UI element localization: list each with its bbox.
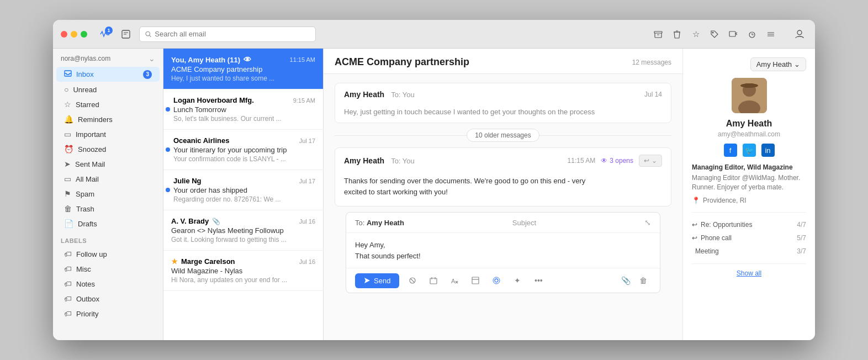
sidebar-label-notes: Notes <box>76 280 95 288</box>
email-item[interactable]: Logan Hoverboard Mfg. 9:15 AM Lunch Tomo… <box>163 89 323 130</box>
older-messages-button[interactable]: 10 older messages <box>467 129 539 142</box>
facebook-link[interactable]: f <box>724 144 737 157</box>
sidebar-label-starred: Starred <box>76 100 99 109</box>
email-time: 9:15 AM <box>293 97 315 104</box>
sidebar-item-notes[interactable]: 🏷 Notes <box>56 277 160 291</box>
follow-up-icon: 🏷 <box>64 250 72 258</box>
email-sender: Logan Hoverboard Mfg. <box>173 96 254 104</box>
sidebar-item-trash[interactable]: 🗑 Trash <box>56 202 160 216</box>
delete-draft-icon[interactable]: 🗑 <box>636 273 651 288</box>
message-preview: Hey, just getting in touch because I wan… <box>335 105 671 123</box>
archive-button[interactable] <box>649 27 667 42</box>
opens-count: 3 opens <box>610 157 633 165</box>
schedule-send-icon[interactable] <box>426 273 441 288</box>
trash-button[interactable] <box>668 27 686 42</box>
twitter-link[interactable]: 🐦 <box>743 144 756 157</box>
sidebar-item-all-mail[interactable]: ▭ All Mail <box>56 172 160 186</box>
linkedin-link[interactable]: in <box>761 144 775 157</box>
minimize-button[interactable] <box>71 31 77 38</box>
maximize-button[interactable] <box>81 31 87 38</box>
account-dropdown-icon[interactable]: ⌄ <box>149 54 155 63</box>
app-window: 1 <box>53 20 815 340</box>
contact-bio: Managing Editor @WildMag. Mother. Runner… <box>692 173 806 192</box>
search-input[interactable] <box>155 30 310 38</box>
svg-line-4 <box>150 35 151 36</box>
outbox-icon: 🏷 <box>64 294 72 303</box>
tag-button[interactable] <box>706 27 723 42</box>
more-options-icon[interactable]: ••• <box>531 273 546 288</box>
tracking-icon[interactable] <box>489 273 504 288</box>
sidebar-label-outbox: Outbox <box>76 295 99 303</box>
sidebar-item-spam[interactable]: ⚑ Spam <box>56 187 160 201</box>
email-subject: Your order has shipped <box>173 186 315 194</box>
formatting-icon[interactable]: A <box>447 273 462 288</box>
related-count: 4/7 <box>797 221 806 229</box>
reply-to-field[interactable]: To: Amy Heath <box>355 219 404 227</box>
sidebar-label-unread: Unread <box>73 86 97 94</box>
email-item[interactable]: ★ Marge Carelson Jul 16 Wild Magazine - … <box>163 251 323 291</box>
sidebar-item-starred[interactable]: ☆ Starred <box>56 97 160 112</box>
sidebar-item-inbox[interactable]: Inbox 3 <box>56 67 160 82</box>
sidebar-item-unread[interactable]: ○ Unread <box>56 82 160 97</box>
close-button[interactable] <box>61 31 67 38</box>
divider <box>692 263 806 264</box>
thread-title: ACME Company partnership <box>335 56 469 68</box>
reply-footer: archive Send <box>346 268 660 293</box>
sidebar-label-follow-up: Follow up <box>76 250 107 258</box>
unread-dot <box>166 147 170 152</box>
sidebar-item-outbox[interactable]: 🏷 Outbox <box>56 292 160 306</box>
account-email: nora@nylas.com <box>61 55 110 62</box>
discard-draft-icon[interactable] <box>405 273 420 288</box>
divider <box>692 212 806 213</box>
expand-compose-icon[interactable]: ⤡ <box>644 218 651 227</box>
sidebar-item-sent[interactable]: ➤ Sent Mail <box>56 157 160 171</box>
sidebar: nora@nylas.com ⌄ Inbox 3 ○ Unread ☆ <box>53 49 163 340</box>
star-button[interactable]: ☆ <box>687 27 705 42</box>
email-subject: Lunch Tomorrow <box>173 105 315 114</box>
show-all-link[interactable]: Show all <box>692 269 806 277</box>
email-preview: Hey, I just wanted to share some ... <box>171 75 315 82</box>
read-indicator-icon: 👁 <box>244 55 251 64</box>
opens-badge: 👁 3 opens <box>601 157 633 165</box>
profile-button[interactable] <box>792 27 807 42</box>
magic-icon[interactable]: ✦ <box>510 273 525 288</box>
sidebar-item-priority[interactable]: 🏷 Priority <box>56 306 160 321</box>
message-item-collapsed[interactable]: Amy Heath To: You Jul 14 Hey, just getti… <box>335 83 671 123</box>
account-header: nora@nylas.com ⌄ <box>53 49 163 66</box>
sidebar-item-follow-up[interactable]: 🏷 Follow up <box>56 247 160 261</box>
email-item[interactable]: Oceanic Airlines Jul 17 Your itinerary f… <box>163 130 323 170</box>
message-time: Jul 14 <box>644 91 662 98</box>
email-time: Jul 16 <box>299 218 315 225</box>
svg-rect-24 <box>430 278 437 284</box>
sidebar-item-drafts[interactable]: 📄 Drafts <box>56 216 160 231</box>
reply-button[interactable]: ↩ ⌄ <box>639 155 662 167</box>
email-preview: Hi Nora, any updates on your end for ... <box>171 276 315 284</box>
sidebar-item-misc[interactable]: 🏷 Misc <box>56 262 160 276</box>
sidebar-item-important[interactable]: ▭ Important <box>56 127 160 141</box>
reply-subject[interactable]: Subject <box>512 219 536 227</box>
sidebar-label-inbox: Inbox <box>76 70 94 78</box>
sidebar-item-snoozed[interactable]: ⏰ Snoozed <box>56 142 160 156</box>
contact-switcher[interactable]: Amy Heath ⌄ <box>750 57 806 71</box>
svg-line-23 <box>411 279 414 282</box>
reminders-icon: 🔔 <box>64 115 73 124</box>
forward-button[interactable] <box>724 27 742 42</box>
attach-file-icon[interactable]: 📎 <box>618 273 633 288</box>
collapse-button[interactable] <box>762 27 780 42</box>
email-item[interactable]: A. V. Brady 📎 Jul 16 Gearon <> Nylas Mee… <box>163 210 323 251</box>
unread-icon: ○ <box>64 85 68 94</box>
email-item[interactable]: You, Amy Heath (11) 👁 11:15 AM ACME Comp… <box>163 49 323 89</box>
contact-name: Amy Heath <box>692 119 806 129</box>
send-button[interactable]: archive Send <box>355 273 399 288</box>
template-icon[interactable] <box>468 273 483 288</box>
reply-right-actions: 📎 🗑 <box>618 273 651 288</box>
reply-body[interactable]: Hey Amy, That sounds perfect! <box>346 233 660 268</box>
phone-call-icon: ↩ <box>692 234 697 242</box>
email-item[interactable]: Julie Ng Jul 17 Your order has shipped R… <box>163 170 323 210</box>
contact-job-title: Managing Editor, Wild Magazine <box>692 163 806 171</box>
search-bar[interactable] <box>139 27 316 42</box>
sidebar-item-reminders[interactable]: 🔔 Reminders <box>56 112 160 126</box>
snooze-button[interactable] <box>743 27 761 42</box>
sidebar-label-priority: Priority <box>76 310 98 318</box>
compose-icon[interactable] <box>118 27 134 42</box>
